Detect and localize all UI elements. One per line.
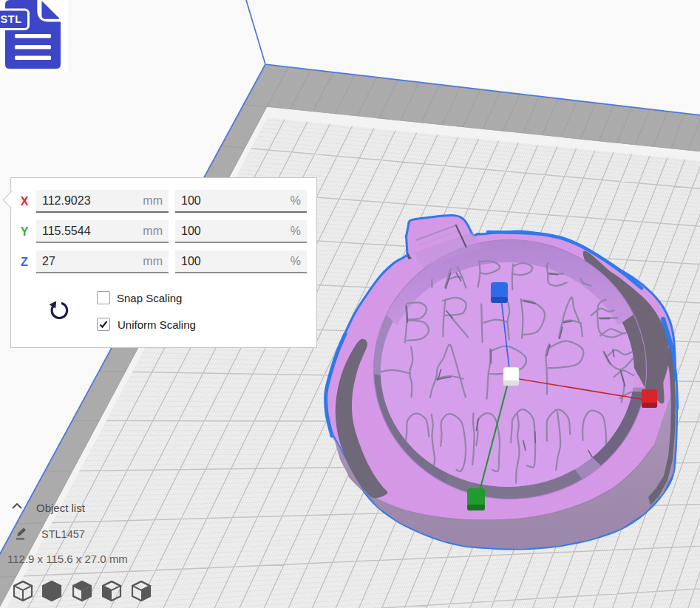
svg-text:STL: STL — [1, 13, 22, 25]
